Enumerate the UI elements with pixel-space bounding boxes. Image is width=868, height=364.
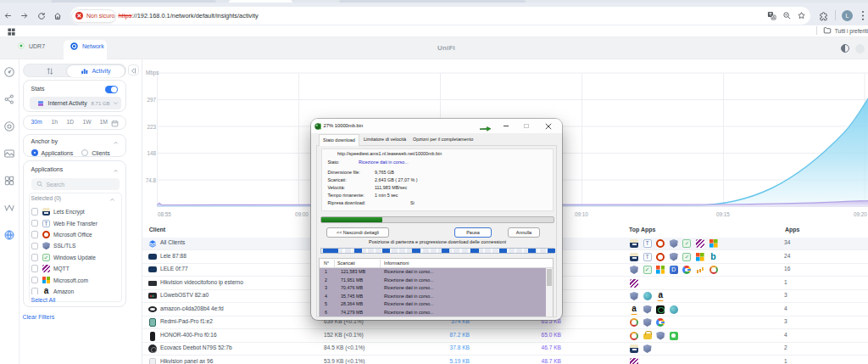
svg-text:148: 148 <box>147 150 156 156</box>
svg-text:74.8: 74.8 <box>146 177 157 183</box>
svg-text:08:55: 08:55 <box>158 211 171 217</box>
svg-text:09:00: 09:00 <box>295 211 309 217</box>
svg-text:09:10: 09:10 <box>575 211 588 217</box>
svg-text:09:15: 09:15 <box>716 211 730 217</box>
svg-text:Mbps: Mbps <box>146 70 159 76</box>
svg-text:09:20: 09:20 <box>854 211 867 217</box>
svg-text:223: 223 <box>147 124 156 130</box>
svg-text:297: 297 <box>147 97 156 103</box>
